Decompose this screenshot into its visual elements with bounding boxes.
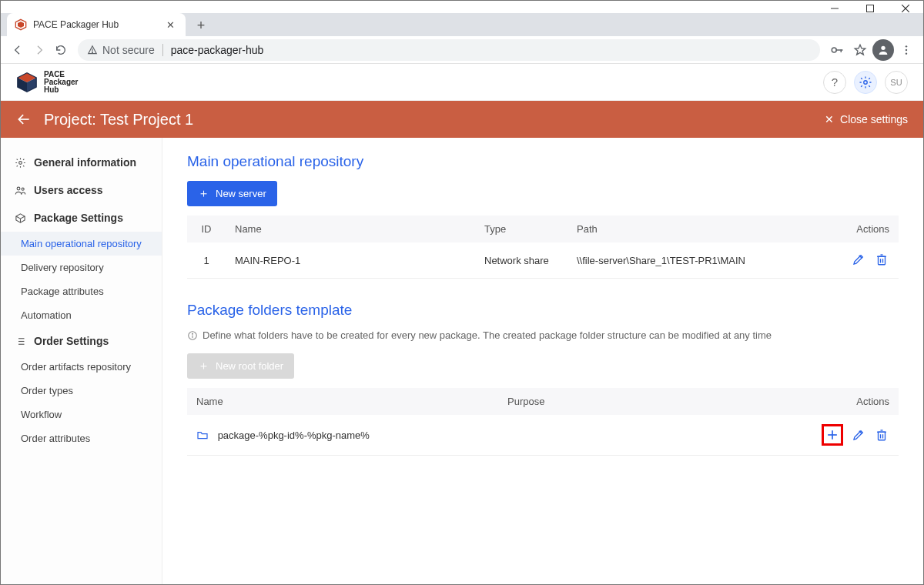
svg-point-8 [832,48,836,52]
settings-button[interactable] [854,71,877,94]
sidebar-group-order-settings[interactable]: Order Settings [1,327,162,355]
sidebar-item-automation[interactable]: Automation [1,303,162,327]
repo-table: ID Name Type Path Actions 1 MAIN-REPO-1 … [187,216,899,279]
project-bar: Project: Test Project 1 ✕ Close settings [1,101,923,138]
sidebar-item-workflow[interactable]: Workflow [1,403,162,426]
delete-button[interactable] [874,252,889,267]
logo-text-2: Packager [44,79,78,86]
svg-point-12 [881,45,885,49]
address-bar[interactable]: Not secure pace-packager-hub [78,39,820,61]
project-title: Project: Test Project 1 [44,111,193,129]
tab-close-icon[interactable]: ✕ [163,19,178,31]
close-settings-button[interactable]: ✕ Close settings [825,113,908,125]
template-row-name: package-%pkg-id%-%pkg-name% [218,430,370,441]
user-badge[interactable]: SU [885,71,908,94]
package-icon [15,212,26,224]
help-button[interactable]: ? [823,71,846,94]
svg-point-43 [192,333,193,334]
delete-button[interactable] [874,427,889,443]
cell-type: Network share [475,242,567,279]
users-icon [15,185,26,196]
list-icon [15,336,26,347]
cell-path: \\file-server\Share_1\TEST-PR1\MAIN [567,242,829,279]
cell-id: 1 [187,242,226,279]
svg-rect-3 [867,5,874,12]
svg-rect-36 [879,256,886,265]
browser-menu-button[interactable] [896,39,917,61]
svg-rect-10 [841,49,842,52]
sidebar-item-delivery-repo[interactable]: Delivery repository [1,256,162,279]
person-icon [872,39,894,61]
svg-point-14 [906,48,907,50]
password-key-icon[interactable] [826,39,848,61]
main-layout: General information Users access Package… [1,138,923,584]
col-name: Name [226,216,475,242]
nav-back-button[interactable] [7,39,28,61]
sidebar-item-users[interactable]: Users access [1,176,162,204]
pencil-icon [852,252,865,266]
content-area: Main operational repository ＋ New server… [162,138,923,584]
svg-point-24 [22,188,24,190]
repo-section-title: Main operational repository [187,153,899,170]
not-secure-label: Not secure [102,44,155,56]
window-minimize-button[interactable] [817,2,852,15]
sidebar-item-main-repo[interactable]: Main operational repository [1,232,162,256]
cell-name: MAIN-REPO-1 [226,242,475,279]
app-logo[interactable]: PACE Packager Hub [16,71,78,94]
template-table: Name Purpose Actions package-%pkg-id%-%p… [187,388,899,456]
svg-rect-47 [879,432,886,440]
col-purpose: Purpose [498,388,806,415]
col-name: Name [187,388,498,415]
new-server-button[interactable]: ＋ New server [187,181,277,206]
sidebar-item-general[interactable]: General information [1,149,162,176]
logo-text-3: Hub [44,86,78,94]
edit-button[interactable] [851,427,866,443]
browser-toolbar: Not secure pace-packager-hub [1,36,923,64]
svg-point-15 [906,52,907,54]
window-close-button[interactable] [888,2,923,15]
bookmark-star-icon[interactable] [849,39,871,61]
window-maximize-button[interactable] [852,2,888,15]
repo-table-row: 1 MAIN-REPO-1 Network share \\file-serve… [187,242,899,279]
info-icon [187,330,198,341]
template-hint: Define what folders have to be created f… [187,329,899,341]
address-url: pace-packager-hub [171,44,264,56]
col-actions: Actions [806,388,899,415]
edit-button[interactable] [851,252,866,267]
template-section-title: Package folders template [187,302,899,319]
svg-point-7 [92,52,93,52]
pencil-icon [852,428,865,442]
svg-point-22 [19,161,22,164]
project-back-button[interactable] [16,112,32,127]
gear-icon [859,75,872,89]
browser-tab-active[interactable]: PACE Packager Hub ✕ [7,13,186,36]
col-actions: Actions [829,216,899,242]
browser-tab-title: PACE Packager Hub [33,19,163,30]
new-tab-button[interactable]: + [190,15,212,36]
col-id: ID [187,216,226,242]
not-secure-indicator: Not secure [87,44,155,56]
sidebar-item-order-attributes[interactable]: Order attributes [1,426,162,450]
template-row-purpose [498,415,806,456]
svg-point-13 [906,45,907,47]
close-icon: ✕ [825,113,834,125]
sidebar-item-package-attributes[interactable]: Package attributes [1,279,162,303]
svg-line-27 [21,216,25,219]
folder-icon [196,430,209,441]
svg-marker-11 [855,45,865,55]
sidebar-group-package-settings[interactable]: Package Settings [1,204,162,232]
svg-marker-1 [18,22,24,28]
logo-text-1: PACE [44,71,78,79]
col-path: Path [567,216,829,242]
nav-forward-button[interactable] [28,39,50,61]
sidebar-item-order-types[interactable]: Order types [1,379,162,403]
sidebar-item-order-artifacts[interactable]: Order artifacts repository [1,355,162,379]
tab-favicon [15,18,27,31]
nav-reload-button[interactable] [50,39,72,61]
profile-avatar-button[interactable] [872,39,894,61]
addr-divider [162,44,163,56]
svg-rect-9 [836,49,843,51]
col-type: Type [475,216,567,242]
add-subfolder-highlight [822,424,843,446]
add-subfolder-button[interactable] [825,427,840,443]
